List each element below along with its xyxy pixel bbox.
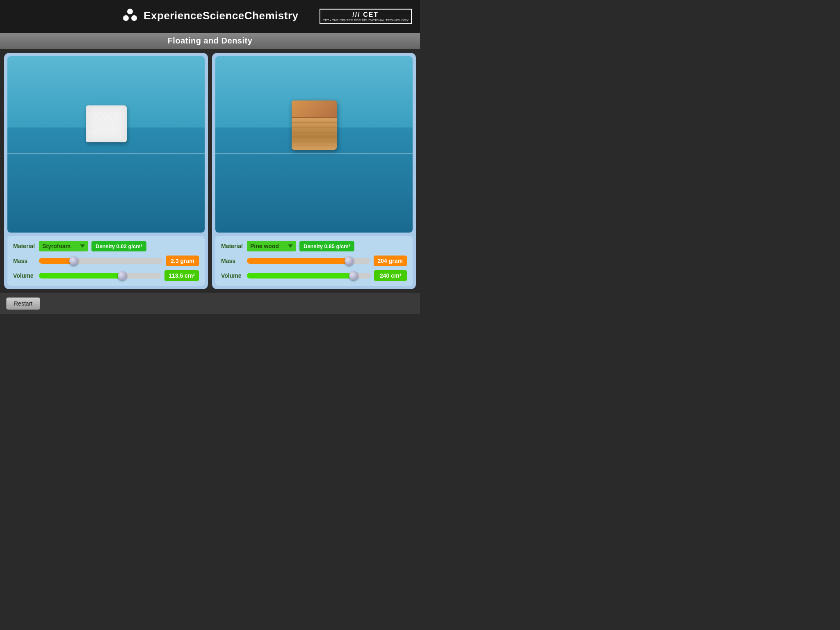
cet-logo: /// CET CET • THE CENTER FOR EDUCATIONAL… bbox=[320, 9, 412, 24]
left-dropdown-arrow-icon bbox=[80, 244, 85, 248]
left-mass-slider-track[interactable] bbox=[39, 258, 163, 264]
right-mass-slider-track[interactable] bbox=[247, 258, 370, 264]
wood-grain-5 bbox=[292, 142, 337, 142]
right-panel: Material Pine wood Density 0.85 g/cm³ Ma… bbox=[212, 53, 416, 289]
right-volume-slider-track[interactable] bbox=[247, 273, 371, 278]
app-name-suffix: Chemistry bbox=[244, 9, 299, 22]
left-volume-value-badge: 113.5 cm³ bbox=[164, 270, 199, 281]
left-volume-slider-track[interactable] bbox=[39, 273, 161, 278]
right-material-label: Material bbox=[221, 243, 244, 249]
right-mass-row: Mass 204 gram bbox=[221, 256, 407, 266]
right-mass-slider-thumb[interactable] bbox=[345, 256, 354, 265]
left-material-dropdown[interactable]: Styrofoam bbox=[39, 241, 88, 251]
right-sim-area bbox=[215, 56, 413, 233]
left-material-row: Material Styrofoam Density 0.02 g/cm³ bbox=[13, 241, 199, 251]
left-material-label: Material bbox=[13, 243, 36, 249]
right-material-value: Pine wood bbox=[250, 243, 279, 249]
right-volume-slider-container bbox=[247, 272, 371, 280]
left-mass-slider-thumb[interactable] bbox=[69, 256, 78, 265]
main-content: Material Styrofoam Density 0.02 g/cm³ Ma… bbox=[0, 49, 420, 293]
left-volume-slider-thumb[interactable] bbox=[118, 271, 127, 280]
app-name-bold: Science bbox=[203, 9, 244, 22]
wood-block bbox=[292, 100, 337, 150]
left-volume-row: Volume 113.5 cm³ bbox=[13, 270, 199, 281]
left-volume-slider-container bbox=[39, 272, 161, 280]
right-density-badge: Density 0.85 g/cm³ bbox=[299, 241, 354, 251]
left-mass-label: Mass bbox=[13, 258, 36, 264]
svg-point-2 bbox=[131, 15, 137, 21]
left-material-value: Styrofoam bbox=[42, 243, 71, 249]
left-sim-area bbox=[7, 56, 205, 233]
left-mass-value-badge: 2.3 gram bbox=[166, 256, 199, 266]
title-bar: Floating and Density bbox=[0, 33, 420, 49]
right-volume-value-badge: 240 cm³ bbox=[374, 270, 407, 281]
wood-block-front bbox=[292, 118, 337, 150]
wood-grain-2 bbox=[292, 127, 337, 128]
right-volume-label: Volume bbox=[221, 272, 244, 279]
svg-point-0 bbox=[127, 9, 133, 14]
right-material-dropdown[interactable]: Pine wood bbox=[247, 241, 296, 251]
wood-grain-3 bbox=[292, 132, 337, 132]
restart-button[interactable]: Restart bbox=[6, 297, 40, 310]
left-panel: Material Styrofoam Density 0.02 g/cm³ Ma… bbox=[4, 53, 208, 289]
app-header: ExperienceScienceChemistry /// CET CET •… bbox=[0, 0, 420, 33]
app-logo-icon bbox=[122, 8, 138, 25]
right-water-line bbox=[215, 153, 413, 154]
right-mass-slider-container bbox=[247, 257, 370, 265]
app-title: ExperienceScienceChemistry bbox=[122, 8, 299, 25]
right-mass-label: Mass bbox=[221, 258, 244, 264]
left-water-line bbox=[7, 153, 205, 154]
right-dropdown-arrow-icon bbox=[288, 244, 293, 248]
left-volume-label: Volume bbox=[13, 272, 36, 279]
app-name-prefix: Experience bbox=[144, 9, 203, 22]
left-mass-slider-container bbox=[39, 257, 163, 265]
left-mass-row: Mass 2.3 gram bbox=[13, 256, 199, 266]
left-density-badge: Density 0.02 g/cm³ bbox=[91, 241, 146, 251]
left-controls: Material Styrofoam Density 0.02 g/cm³ Ma… bbox=[7, 236, 205, 286]
wood-grain-6 bbox=[292, 146, 337, 146]
footer: Restart bbox=[0, 293, 420, 314]
page-title: Floating and Density bbox=[168, 36, 253, 45]
right-mass-value-badge: 204 gram bbox=[374, 256, 407, 266]
wood-grain-4 bbox=[292, 137, 337, 137]
right-volume-slider-thumb[interactable] bbox=[349, 271, 358, 280]
wood-grain-1 bbox=[292, 122, 337, 123]
wood-block-top bbox=[292, 100, 337, 118]
styrofoam-block bbox=[86, 105, 127, 142]
right-controls: Material Pine wood Density 0.85 g/cm³ Ma… bbox=[215, 236, 413, 286]
svg-point-1 bbox=[123, 15, 129, 21]
right-volume-row: Volume 240 cm³ bbox=[221, 270, 407, 281]
right-material-row: Material Pine wood Density 0.85 g/cm³ bbox=[221, 241, 407, 251]
